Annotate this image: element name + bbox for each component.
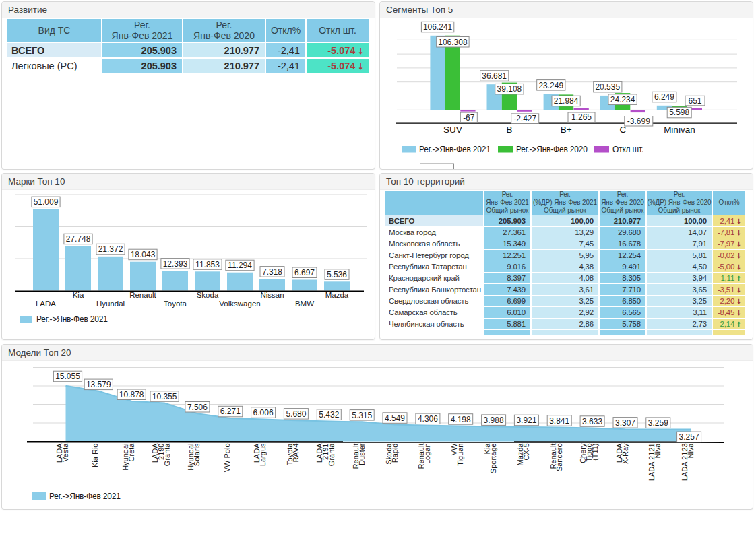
svg-text:Sportage: Sportage xyxy=(489,444,497,474)
svg-text:Granta: Granta xyxy=(163,443,171,467)
svg-text:3.307: 3.307 xyxy=(615,418,635,428)
svg-text:Рег.->Янв-Фев 2020: Рег.->Янв-Фев 2020 xyxy=(516,145,588,154)
svg-text:Niva: Niva xyxy=(654,443,662,459)
svg-text:5.315: 5.315 xyxy=(352,411,372,420)
svg-text:(T11): (T11) xyxy=(591,444,599,461)
svg-text:21.984: 21.984 xyxy=(554,96,579,106)
svg-text:SUV: SUV xyxy=(443,125,462,135)
svg-text:Sandero: Sandero xyxy=(555,444,563,472)
svg-text:3.633: 3.633 xyxy=(582,417,602,426)
svg-text:20.535: 20.535 xyxy=(595,82,620,92)
svg-text:21.372: 21.372 xyxy=(98,244,123,254)
svg-text:3.921: 3.921 xyxy=(516,415,536,425)
svg-text:7.506: 7.506 xyxy=(187,403,208,412)
svg-text:Рег.->Янв-Фев 2021: Рег.->Янв-Фев 2021 xyxy=(36,314,108,324)
svg-text:Откл шт.: Откл шт. xyxy=(612,145,643,154)
svg-text:Kia: Kia xyxy=(73,291,84,299)
svg-text:Logan: Logan xyxy=(423,444,431,465)
svg-text:5.536: 5.536 xyxy=(327,270,347,279)
svg-text:3.988: 3.988 xyxy=(484,415,504,425)
svg-text:5.598: 5.598 xyxy=(669,108,689,117)
svg-text:3.257: 3.257 xyxy=(679,432,699,442)
svg-text:Toyota: Toyota xyxy=(164,300,187,308)
svg-text:18.043: 18.043 xyxy=(131,250,156,259)
svg-text:Minivan: Minivan xyxy=(664,125,695,135)
svg-text:Duster: Duster xyxy=(358,443,366,465)
svg-text:12.393: 12.393 xyxy=(163,259,188,269)
svg-text:-67: -67 xyxy=(463,113,475,123)
svg-text:Nissan: Nissan xyxy=(260,291,284,299)
svg-text:106.308: 106.308 xyxy=(438,38,468,47)
svg-text:BMW: BMW xyxy=(295,300,314,308)
svg-text:11.294: 11.294 xyxy=(228,261,252,270)
svg-text:Granta: Granta xyxy=(327,443,336,467)
svg-text:15.055: 15.055 xyxy=(55,372,80,381)
svg-text:651: 651 xyxy=(688,96,701,106)
svg-text:Hyundai: Hyundai xyxy=(96,300,125,308)
svg-text:4.198: 4.198 xyxy=(451,415,471,424)
svg-text:5.680: 5.680 xyxy=(286,409,306,419)
svg-text:X-Ray: X-Ray xyxy=(621,443,629,464)
svg-text:Tiguan: Tiguan xyxy=(456,444,464,466)
svg-text:23.249: 23.249 xyxy=(538,81,563,90)
svg-text:3.841: 3.841 xyxy=(549,416,569,426)
svg-text:-2.427: -2.427 xyxy=(513,114,536,123)
svg-text:B: B xyxy=(507,125,513,135)
svg-text:Niva: Niva xyxy=(687,443,695,459)
svg-text:-3.699: -3.699 xyxy=(627,116,650,126)
svg-text:6.697: 6.697 xyxy=(294,268,315,277)
svg-text:10.355: 10.355 xyxy=(152,392,177,401)
svg-text:4.306: 4.306 xyxy=(418,414,438,424)
svg-text:6.006: 6.006 xyxy=(253,408,274,418)
svg-text:13.579: 13.579 xyxy=(86,380,111,389)
svg-text:51.009: 51.009 xyxy=(34,197,59,207)
svg-text:LADA: LADA xyxy=(36,300,56,308)
svg-text:Volkswagen: Volkswagen xyxy=(219,300,260,308)
svg-text:Solaris: Solaris xyxy=(193,443,201,466)
svg-text:4.549: 4.549 xyxy=(385,413,405,423)
svg-text:24.234: 24.234 xyxy=(610,95,635,104)
svg-text:39.108: 39.108 xyxy=(497,84,522,94)
svg-text:Рег.->Янв-Фев 2021: Рег.->Янв-Фев 2021 xyxy=(419,145,491,154)
svg-text:10.878: 10.878 xyxy=(119,390,144,399)
svg-text:Rapid: Rapid xyxy=(391,444,399,463)
svg-text:27.748: 27.748 xyxy=(66,234,91,244)
svg-text:Škoda: Škoda xyxy=(197,291,219,299)
svg-text:Kia Rio: Kia Rio xyxy=(91,444,99,467)
svg-text:Creta: Creta xyxy=(127,443,135,462)
svg-text:Рег.->Янв-Фев 2021: Рег.->Янв-Фев 2021 xyxy=(49,492,121,501)
svg-text:11.853: 11.853 xyxy=(195,260,220,269)
svg-text:B+: B+ xyxy=(561,125,572,135)
svg-text:7.318: 7.318 xyxy=(262,267,282,277)
svg-text:106.241: 106.241 xyxy=(423,22,453,32)
svg-text:VW Polo: VW Polo xyxy=(223,444,231,473)
svg-text:Renault: Renault xyxy=(129,291,156,299)
svg-text:6.249: 6.249 xyxy=(654,92,674,102)
svg-text:3.259: 3.259 xyxy=(648,418,668,428)
svg-text:Largus: Largus xyxy=(259,443,267,466)
svg-text:6.271: 6.271 xyxy=(220,407,241,416)
svg-text:Mazda: Mazda xyxy=(325,291,349,299)
svg-text:5.432: 5.432 xyxy=(319,410,339,420)
svg-text:RAV4: RAV4 xyxy=(292,444,300,463)
svg-text:36.681: 36.681 xyxy=(482,71,507,81)
svg-text:1.265: 1.265 xyxy=(571,112,592,122)
svg-text:Vesta: Vesta xyxy=(61,443,69,462)
svg-text:CX-5: CX-5 xyxy=(522,444,530,461)
